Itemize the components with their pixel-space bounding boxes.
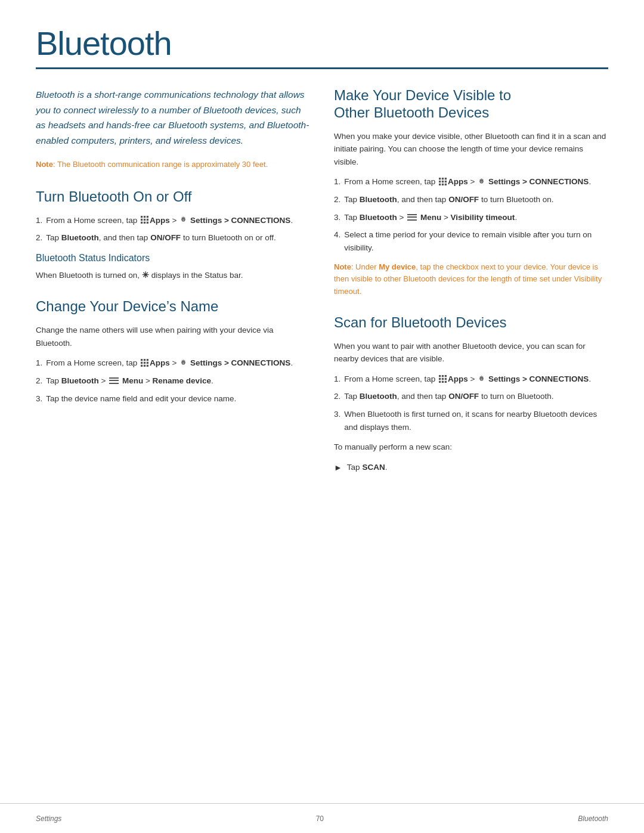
- settings-gear-icon: [179, 216, 190, 225]
- page-header: Bluetooth: [0, 0, 644, 69]
- onoff-label: ON/OFF: [150, 233, 181, 242]
- visible-step-2: 2. Tap Bluetooth, and then tap ON/OFF to…: [334, 193, 608, 206]
- svg-rect-32: [445, 375, 447, 377]
- menu-icon-1: [109, 377, 119, 384]
- arrow-symbol: ►: [334, 461, 342, 474]
- svg-rect-10: [141, 359, 143, 361]
- svg-rect-36: [439, 380, 441, 382]
- svg-rect-34: [442, 378, 444, 380]
- bluetooth-label: Bluetooth: [61, 233, 99, 242]
- make-visible-steps: 1. From a Home screen, tap: [334, 175, 608, 254]
- step-2: 2. Tap Bluetooth, and then tap ON/OFF to…: [36, 231, 310, 244]
- svg-rect-21: [442, 178, 444, 179]
- svg-rect-6: [141, 222, 143, 224]
- scan-intro: When you want to pair with another Bluet…: [334, 340, 608, 366]
- step-num: 1.: [36, 214, 42, 227]
- visible-step-4: 4. Select a time period for your device …: [334, 228, 608, 254]
- change-name-intro: Change the name others will use when pai…: [36, 324, 310, 349]
- svg-rect-38: [445, 380, 447, 382]
- svg-rect-37: [442, 380, 444, 382]
- change-name-steps: 1. From a Home screen, tap: [36, 357, 310, 405]
- svg-rect-0: [141, 216, 143, 218]
- footer-page-number: 70: [316, 815, 324, 823]
- page-footer: Settings 70 Bluetooth: [0, 803, 644, 833]
- step-content-2: Tap Bluetooth, and then tap ON/OFF to tu…: [46, 231, 310, 244]
- settings-icon-3: [478, 178, 485, 185]
- svg-rect-16: [141, 365, 143, 367]
- svg-rect-7: [144, 222, 145, 224]
- page-title: Bluetooth: [36, 24, 608, 63]
- scan-title: Scan for Bluetooth Devices: [334, 314, 608, 332]
- visible-step-3: 3. Tap Bluetooth > Menu > Visibility tim…: [334, 211, 608, 224]
- svg-rect-22: [445, 178, 447, 179]
- svg-rect-24: [442, 181, 444, 182]
- step-content: From a Home screen, tap: [46, 214, 310, 227]
- step-num-2: 2.: [36, 231, 42, 244]
- svg-rect-8: [147, 222, 148, 224]
- svg-rect-25: [445, 181, 447, 182]
- bluetooth-symbol: ✳: [142, 270, 149, 280]
- make-visible-title: Make Your Device Visible to Other Blueto…: [334, 87, 608, 122]
- settings-icon-2: [179, 359, 187, 367]
- step-1: 1. From a Home screen, tap: [36, 214, 310, 227]
- apps-icon: [141, 216, 148, 224]
- note-label: Note: [36, 160, 53, 169]
- settings-icon-4: [478, 375, 485, 383]
- svg-rect-30: [439, 375, 441, 377]
- svg-rect-5: [147, 219, 148, 221]
- left-column: Bluetooth is a short-range communication…: [36, 87, 310, 491]
- status-indicators-section: Bluetooth Status Indicators When Bluetoo…: [36, 253, 310, 282]
- apps-label: Apps: [150, 216, 170, 225]
- scan-bullet: ► Tap SCAN.: [334, 461, 608, 474]
- footer-right: Bluetooth: [578, 815, 608, 823]
- change-name-title: Change Your Device’s Name: [36, 298, 310, 315]
- apps-icon-4: [439, 375, 447, 383]
- menu-icon-2: [407, 214, 417, 221]
- svg-rect-33: [439, 378, 441, 380]
- svg-rect-11: [144, 359, 145, 361]
- svg-rect-28: [445, 184, 447, 185]
- apps-icon-2: [141, 359, 148, 367]
- page: Bluetooth Bluetooth is a short-range com…: [0, 0, 644, 833]
- turn-on-off-steps: 1. From a Home screen, tap: [36, 214, 310, 244]
- note-text: : The Bluetooth communication range is a…: [53, 160, 268, 169]
- apps-icon-3: [439, 178, 447, 185]
- turn-on-off-title: Turn Bluetooth On or Off: [36, 188, 310, 206]
- scan-step-1: 1. From a Home screen, tap: [334, 373, 608, 386]
- scan-steps: 1. From a Home screen, tap: [334, 373, 608, 433]
- change-name-section: Change Your Device’s Name Change the nam…: [36, 298, 310, 405]
- right-column: Make Your Device Visible to Other Blueto…: [334, 87, 608, 491]
- svg-rect-35: [445, 378, 447, 380]
- svg-rect-18: [147, 365, 148, 367]
- intro-text: Bluetooth is a short-range communication…: [36, 87, 310, 148]
- visible-step-1: 1. From a Home screen, tap: [334, 175, 608, 188]
- make-visible-note: Note: Under My device, tap the checkbox …: [334, 261, 608, 297]
- scan-bullet-text: Tap SCAN.: [347, 461, 388, 474]
- svg-rect-14: [144, 362, 145, 364]
- scan-section: Scan for Bluetooth Devices When you want…: [334, 314, 608, 474]
- change-step-1: 1. From a Home screen, tap: [36, 357, 310, 370]
- manual-scan-label: To manually perform a new scan:: [334, 441, 608, 454]
- settings-connections-label: Settings > CONNECTIONS: [190, 216, 290, 225]
- svg-rect-20: [439, 178, 441, 179]
- scan-step-2: 2. Tap Bluetooth, and then tap ON/OFF to…: [334, 390, 608, 403]
- status-indicators-text: When Bluetooth is turned on, ✳ displays …: [36, 268, 310, 282]
- change-step-2: 2. Tap Bluetooth > Menu > Rename device.: [36, 374, 310, 388]
- svg-rect-2: [147, 216, 148, 218]
- change-step-3: 3. Tap the device name field and edit yo…: [36, 392, 310, 405]
- make-visible-section: Make Your Device Visible to Other Blueto…: [334, 87, 608, 298]
- scan-step-3: 3. When Bluetooth is first turned on, it…: [334, 408, 608, 433]
- footer-left: Settings: [36, 815, 61, 823]
- svg-rect-23: [439, 181, 441, 182]
- make-visible-intro: When you make your device visible, other…: [334, 130, 608, 169]
- turn-on-off-section: Turn Bluetooth On or Off 1. From a Home …: [36, 188, 310, 282]
- svg-rect-13: [141, 362, 143, 364]
- svg-rect-12: [147, 359, 148, 361]
- svg-rect-1: [144, 216, 145, 218]
- svg-rect-31: [442, 375, 444, 377]
- svg-rect-17: [144, 365, 145, 367]
- header-divider: [36, 67, 608, 69]
- note-range: Note: The Bluetooth communication range …: [36, 159, 310, 171]
- svg-rect-15: [147, 362, 148, 364]
- svg-rect-4: [144, 219, 145, 221]
